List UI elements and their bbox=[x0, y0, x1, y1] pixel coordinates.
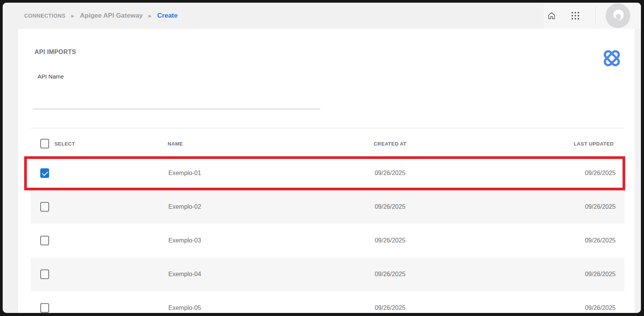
apigee-logo-icon bbox=[601, 48, 622, 69]
chevron-right-icon: ▶ bbox=[71, 14, 74, 18]
row-created-at: 09/26/2025 bbox=[359, 271, 421, 278]
row-name: Exemplo-02 bbox=[168, 203, 201, 210]
api-name-label: API Name bbox=[38, 73, 64, 80]
breadcrumb-apigee-api-gateway[interactable]: Apigee API Gateway bbox=[80, 12, 143, 20]
table-header-row: SELECT NAME CREATED AT LAST UPDATED bbox=[31, 133, 624, 154]
row-created-at: 09/26/2025 bbox=[359, 170, 421, 177]
row-created-at: 09/26/2025 bbox=[359, 237, 421, 244]
table-row[interactable]: Exemplo-05 09/26/2025 09/26/2025 bbox=[31, 291, 624, 313]
breadcrumb: CONNECTIONS ▶ Apigee API Gateway ▶ Creat… bbox=[24, 3, 178, 29]
row-checkbox[interactable] bbox=[40, 202, 49, 212]
table-row[interactable]: Exemplo-02 09/26/2025 09/26/2025 bbox=[31, 190, 624, 224]
app-window: CONNECTIONS ▶ Apigee API Gateway ▶ Creat… bbox=[3, 3, 641, 313]
row-last-updated: 09/26/2025 bbox=[585, 305, 616, 311]
row-last-updated: 09/26/2025 bbox=[585, 203, 616, 210]
avatar-swirl-icon bbox=[610, 8, 626, 23]
topbar-actions bbox=[543, 3, 641, 29]
table-row[interactable]: Exemplo-03 09/26/2025 09/26/2025 bbox=[31, 224, 624, 257]
row-last-updated: 09/26/2025 bbox=[585, 271, 616, 278]
top-bar: CONNECTIONS ▶ Apigee API Gateway ▶ Creat… bbox=[3, 3, 641, 29]
row-name: Exemplo-03 bbox=[168, 237, 201, 244]
table-top-divider bbox=[31, 128, 624, 128]
row-name: Exemplo-05 bbox=[168, 305, 201, 311]
breadcrumb-create[interactable]: Create bbox=[157, 12, 178, 20]
table-row[interactable]: Exemplo-04 09/26/2025 09/26/2025 bbox=[31, 257, 624, 291]
column-header-updated: LAST UPDATED bbox=[574, 141, 614, 146]
user-avatar[interactable] bbox=[606, 3, 630, 28]
topbar-divider bbox=[595, 7, 596, 25]
column-header-created: CREATED AT bbox=[359, 141, 421, 146]
row-created-at: 09/26/2025 bbox=[359, 305, 421, 311]
row-last-updated: 09/26/2025 bbox=[585, 170, 616, 177]
row-name: Exemplo-04 bbox=[168, 271, 201, 278]
breadcrumb-connections[interactable]: CONNECTIONS bbox=[24, 13, 66, 19]
home-icon[interactable] bbox=[543, 7, 560, 24]
column-header-select: SELECT bbox=[54, 141, 75, 146]
api-imports-card: API IMPORTS API Name SELECT NAME CREATED… bbox=[18, 29, 635, 313]
page-title: API IMPORTS bbox=[35, 49, 76, 56]
table-body: Exemplo-01 09/26/2025 09/26/2025 Exemplo… bbox=[31, 156, 624, 313]
select-all-checkbox[interactable] bbox=[40, 139, 49, 148]
row-checkbox[interactable] bbox=[40, 270, 49, 279]
row-checkbox[interactable] bbox=[40, 169, 49, 178]
row-name: Exemplo-01 bbox=[168, 170, 201, 177]
row-last-updated: 09/26/2025 bbox=[585, 237, 616, 244]
row-created-at: 09/26/2025 bbox=[359, 203, 421, 210]
row-checkbox[interactable] bbox=[40, 303, 49, 313]
row-checkbox[interactable] bbox=[40, 236, 49, 246]
apps-grid-icon[interactable] bbox=[567, 7, 584, 24]
chevron-right-icon: ▶ bbox=[148, 14, 152, 18]
table-row[interactable]: Exemplo-01 09/26/2025 09/26/2025 bbox=[31, 156, 624, 190]
api-name-input[interactable] bbox=[33, 86, 320, 109]
column-header-name: NAME bbox=[168, 141, 183, 146]
